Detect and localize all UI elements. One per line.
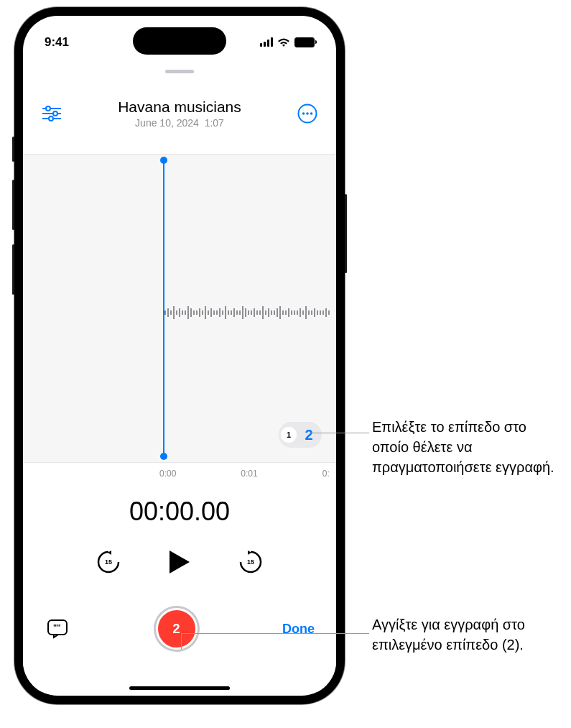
svg-text:"": "" — [53, 623, 60, 632]
sheet-grabber[interactable] — [165, 70, 194, 73]
svg-point-8 — [306, 112, 309, 115]
waveform-area[interactable]: 1 2 — [23, 154, 336, 463]
callout-layer-selector: Επιλέξτε το επίπεδο στο οποίο θέλετε να … — [372, 417, 559, 477]
svg-point-3 — [53, 111, 57, 116]
done-button[interactable]: Done — [282, 622, 315, 637]
play-button[interactable] — [162, 545, 197, 579]
more-options-button[interactable] — [297, 103, 318, 124]
layer-1-button[interactable]: 1 — [281, 427, 297, 443]
battery-icon — [294, 37, 315, 47]
time-ruler: 0:00 0:01 0: — [23, 463, 336, 479]
svg-point-5 — [49, 116, 53, 121]
side-button — [12, 137, 14, 162]
transcribe-button[interactable]: "" — [45, 616, 70, 642]
wifi-icon — [277, 37, 290, 47]
phone-frame: 9:41 — [14, 7, 345, 704]
status-time: 9:41 — [45, 35, 69, 50]
screen: 9:41 — [23, 16, 336, 696]
recording-sheet: Havana musicians June 10, 2024 1:07 — [23, 70, 336, 692]
dynamic-island — [133, 27, 226, 55]
callout-line — [310, 433, 369, 433]
layer-2-button[interactable]: 2 — [298, 424, 320, 446]
callout-line — [181, 633, 182, 649]
cellular-signal-icon — [260, 37, 274, 47]
skip-forward-15-button[interactable]: 15 — [236, 548, 265, 576]
recording-title[interactable]: Havana musicians — [62, 98, 297, 116]
svg-point-7 — [302, 112, 305, 115]
volume-up-button — [12, 180, 14, 230]
skip-back-15-button[interactable]: 15 — [94, 548, 123, 576]
svg-point-9 — [310, 112, 313, 115]
volume-down-button — [12, 244, 14, 295]
recording-meta: June 10, 2024 1:07 — [62, 117, 297, 129]
callout-record-button: Αγγίξτε για εγγραφή στο επιλεγμένο επίπε… — [372, 614, 559, 655]
waveform — [164, 298, 336, 327]
timer-display: 00:00.00 — [23, 497, 336, 527]
layer-selector: 1 2 — [279, 422, 322, 448]
power-button — [345, 194, 347, 273]
record-button[interactable]: 2 — [156, 608, 198, 650]
home-indicator[interactable] — [129, 686, 230, 690]
svg-point-1 — [46, 106, 50, 111]
callout-line — [181, 633, 369, 634]
playback-settings-button[interactable] — [41, 103, 62, 124]
